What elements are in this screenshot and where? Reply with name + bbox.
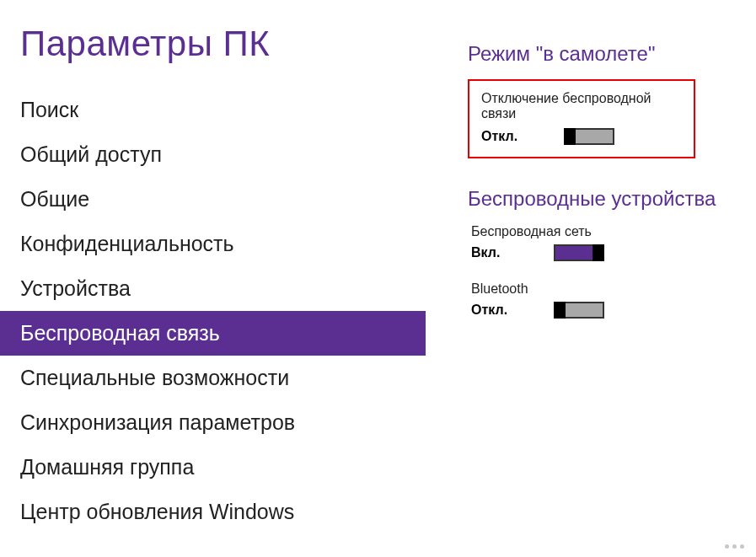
sidebar-item-privacy[interactable]: Конфиденциальность: [0, 222, 426, 266]
sidebar: Параметры ПК Поиск Общий доступ Общие Ко…: [0, 0, 426, 557]
airplane-mode-label: Отключение беспроводной связи: [481, 91, 682, 121]
airplane-mode-state: Откл.: [481, 129, 523, 144]
sidebar-item-homegroup[interactable]: Домашняя группа: [0, 445, 426, 490]
sidebar-item-sharing[interactable]: Общий доступ: [0, 132, 426, 177]
wireless-devices-heading: Беспроводные устройства: [468, 187, 756, 211]
sidebar-item-devices[interactable]: Устройства: [0, 266, 426, 311]
sidebar-item-wireless[interactable]: Беспроводная связь: [0, 311, 426, 356]
bluetooth-row: Откл.: [471, 302, 756, 319]
bluetooth-toggle[interactable]: [554, 302, 604, 319]
wifi-row: Вкл.: [471, 244, 756, 261]
airplane-mode-row: Откл.: [481, 128, 682, 145]
airplane-mode-highlight-box: Отключение беспроводной связи Откл.: [468, 79, 695, 158]
wifi-label: Беспроводная сеть: [471, 224, 756, 239]
content-panel: Режим "в самолете" Отключение беспроводн…: [426, 0, 756, 557]
bluetooth-state: Откл.: [471, 303, 513, 318]
wifi-toggle[interactable]: [554, 244, 604, 261]
nav-list: Поиск Общий доступ Общие Конфиденциально…: [0, 88, 426, 534]
page-title: Параметры ПК: [0, 0, 426, 88]
sidebar-item-windows-update[interactable]: Центр обновления Windows: [0, 490, 426, 534]
toggle-knob: [592, 244, 604, 261]
airplane-mode-heading: Режим "в самолете": [468, 42, 756, 66]
toggle-knob: [554, 302, 566, 319]
airplane-mode-toggle[interactable]: [564, 128, 614, 145]
device-bluetooth: Bluetooth Откл.: [468, 281, 756, 319]
wireless-devices-section: Беспроводные устройства Беспроводная сет…: [468, 187, 756, 319]
device-wifi: Беспроводная сеть Вкл.: [468, 224, 756, 261]
sidebar-item-sync[interactable]: Синхронизация параметров: [0, 400, 426, 445]
sidebar-item-general[interactable]: Общие: [0, 177, 426, 222]
sidebar-item-search[interactable]: Поиск: [0, 88, 426, 132]
footer-dots-icon: [725, 544, 744, 549]
wifi-state: Вкл.: [471, 245, 513, 260]
toggle-knob: [564, 128, 576, 145]
bluetooth-label: Bluetooth: [471, 281, 756, 297]
sidebar-item-accessibility[interactable]: Специальные возможности: [0, 356, 426, 400]
